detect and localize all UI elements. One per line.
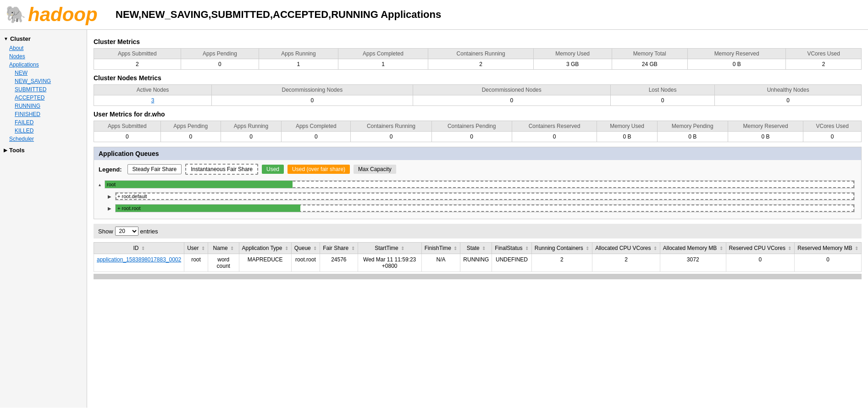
queue-bar-0: root xyxy=(105,181,293,188)
queue-name-1: + root.default xyxy=(117,193,147,200)
queue-toggle-1[interactable]: ▶ xyxy=(108,194,111,199)
table-cell-0-7: N/A xyxy=(421,254,460,272)
dt-col-finishtime[interactable]: FinishTime ⇕ xyxy=(421,243,460,254)
sidebar-tools-header[interactable]: ▶ Tools xyxy=(0,145,87,155)
elephant-icon: 🐘 xyxy=(6,5,26,24)
cm-val-2: 1 xyxy=(259,59,338,70)
cn-col: Decommissioned Nodes xyxy=(413,85,610,95)
sort-icon: ⇕ xyxy=(855,246,858,251)
cm-val-6: 24 GB xyxy=(612,59,687,70)
cluster-metrics-values: 201123 GB24 GB0 B2 xyxy=(94,59,862,70)
dt-col-fair-share[interactable]: Fair Share ⇕ xyxy=(320,243,358,254)
queue-bar-container-1: + root.default xyxy=(115,192,855,200)
queue-bar-container-0: root xyxy=(105,180,855,188)
sidebar-item-finished[interactable]: FINISHED xyxy=(0,110,87,118)
dt-col-application-type[interactable]: Application Type ⇕ xyxy=(239,243,291,254)
sidebar-item-new-saving[interactable]: NEW_SAVING xyxy=(0,77,87,85)
queue-toggle-0[interactable]: ▴ xyxy=(99,182,101,187)
table-cell-0-14: 0 xyxy=(795,254,862,272)
sidebar-item-submitted[interactable]: SUBMITTED xyxy=(0,85,87,94)
sidebar-item-new[interactable]: NEW xyxy=(0,69,87,77)
dt-col-allocated-memory-mb[interactable]: Allocated Memory MB ⇕ xyxy=(660,243,726,254)
cluster-nodes-values: 30000 xyxy=(94,95,862,106)
cm-val-8: 2 xyxy=(786,59,862,70)
um-val-5: 0 xyxy=(431,132,512,142)
um-val-6: 0 xyxy=(512,132,597,142)
dt-col-finalstatus[interactable]: FinalStatus ⇕ xyxy=(492,243,531,254)
sidebar-item-killed[interactable]: KILLED xyxy=(0,127,87,135)
um-col: Memory Used xyxy=(597,121,657,132)
user-metrics-table: Apps SubmittedApps PendingApps RunningAp… xyxy=(94,121,862,142)
cluster-nodes-table: Active NodesDecommissioning NodesDecommi… xyxy=(94,84,862,106)
um-col: Memory Reserved xyxy=(728,121,803,132)
sidebar-tools-label: Tools xyxy=(9,147,25,154)
scrollbar[interactable] xyxy=(94,274,862,279)
um-col: Containers Running xyxy=(351,121,431,132)
sort-icon: ⇕ xyxy=(653,246,657,251)
queues-section: Application Queues Legend: Steady Fair S… xyxy=(94,147,862,219)
um-col: Apps Running xyxy=(221,121,281,132)
dt-col-state[interactable]: State ⇕ xyxy=(460,243,492,254)
sidebar-item-applications[interactable]: Applications xyxy=(0,61,87,69)
cluster-nodes-headers: Active NodesDecommissioning NodesDecommi… xyxy=(94,85,862,95)
page-title: NEW,NEW_SAVING,SUBMITTED,ACCEPTED,RUNNIN… xyxy=(116,9,441,21)
cm-col-apps-submitted: Apps Submitted xyxy=(94,49,181,59)
queue-toggle-2[interactable]: ▶ xyxy=(108,206,111,211)
cm-col-memory-total: Memory Total xyxy=(612,49,687,59)
sidebar: ▼ Cluster About Nodes Applications NEW N… xyxy=(0,30,87,408)
table-cell-0-10: 2 xyxy=(531,254,592,272)
dt-col-user[interactable]: User ⇕ xyxy=(184,243,208,254)
dt-col-id[interactable]: ID ⇕ xyxy=(94,243,184,254)
table-cell-0-13: 0 xyxy=(726,254,795,272)
sidebar-item-scheduler[interactable]: Scheduler xyxy=(0,135,87,143)
sort-icon: ⇕ xyxy=(788,246,791,251)
sort-icon: ⇕ xyxy=(453,246,457,251)
um-col: Containers Pending xyxy=(431,121,512,132)
legend-instantaneous-fair-share: Instantaneous Fair Share xyxy=(185,164,258,175)
user-metrics-title: User Metrics for dr.who xyxy=(94,111,862,118)
entries-select[interactable]: 20 50 100 xyxy=(115,227,138,236)
sidebar-cluster-section: ▼ Cluster About Nodes Applications NEW N… xyxy=(0,33,87,143)
dt-col-running-containers[interactable]: Running Containers ⇕ xyxy=(531,243,592,254)
queue-bar-container-2: + root.root xyxy=(115,204,855,212)
um-val-9: 0 B xyxy=(728,132,803,142)
um-col: Apps Completed xyxy=(282,121,351,132)
dt-col-reserved-cpu-vcores[interactable]: Reserved CPU VCores ⇕ xyxy=(726,243,795,254)
show-label: Show xyxy=(98,228,113,235)
sidebar-cluster-label: Cluster xyxy=(10,35,31,42)
table-cell-0-11: 2 xyxy=(592,254,660,272)
cn-val-1: 0 xyxy=(211,95,413,106)
sidebar-item-nodes[interactable]: Nodes xyxy=(0,52,87,61)
sidebar-item-running[interactable]: RUNNING xyxy=(0,102,87,110)
cluster-metrics-title: Cluster Metrics xyxy=(94,38,862,45)
queues-legend: Legend: Steady Fair Share Instantaneous … xyxy=(99,164,857,175)
sidebar-item-failed[interactable]: FAILED xyxy=(0,118,87,127)
sidebar-cluster-header[interactable]: ▼ Cluster xyxy=(0,33,87,44)
um-val-8: 0 B xyxy=(657,132,728,142)
sort-icon: ⇕ xyxy=(482,246,486,251)
app-id-link[interactable]: application_1583898017883_0002 xyxy=(97,256,181,263)
applications-table: ID ⇕User ⇕Name ⇕Application Type ⇕Queue … xyxy=(94,242,862,272)
sidebar-item-about[interactable]: About xyxy=(0,44,87,52)
table-cell-0-8: RUNNING xyxy=(460,254,492,272)
sort-icon: ⇕ xyxy=(586,246,589,251)
dt-col-reserved-memory-mb[interactable]: Reserved Memory MB ⇕ xyxy=(795,243,862,254)
dt-col-allocated-cpu-vcores[interactable]: Allocated CPU VCores ⇕ xyxy=(592,243,660,254)
cn-col: Unhealthy Nodes xyxy=(715,85,862,95)
sort-icon: ⇕ xyxy=(351,246,355,251)
dt-col-starttime[interactable]: StartTime ⇕ xyxy=(358,243,421,254)
sidebar-item-accepted[interactable]: ACCEPTED xyxy=(0,94,87,102)
tools-arrow-icon: ▶ xyxy=(4,148,7,153)
dt-col-name[interactable]: Name ⇕ xyxy=(208,243,239,254)
sort-icon: ⇕ xyxy=(401,246,404,251)
sidebar-tools-section: ▶ Tools xyxy=(0,145,87,155)
sort-icon: ⇕ xyxy=(230,246,234,251)
applications-table-body: application_1583898017883_0002rootword c… xyxy=(94,254,862,272)
dt-col-queue[interactable]: Queue ⇕ xyxy=(291,243,320,254)
user-metrics-headers: Apps SubmittedApps PendingApps RunningAp… xyxy=(94,121,862,132)
um-val-10: 0 xyxy=(803,132,862,142)
header: 🐘 hadoop NEW,NEW_SAVING,SUBMITTED,ACCEPT… xyxy=(0,0,868,30)
cm-col-vcores-used: VCores Used xyxy=(786,49,862,59)
legend-steady-fair-share: Steady Fair Share xyxy=(127,164,182,174)
cn-val-2: 0 xyxy=(413,95,610,106)
